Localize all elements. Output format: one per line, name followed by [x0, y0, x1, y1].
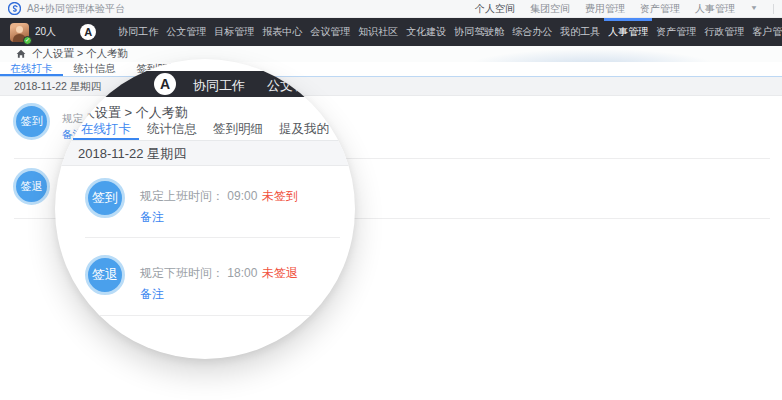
- home-icon[interactable]: [16, 49, 26, 59]
- check-out-status-magnified: 未签退: [262, 265, 298, 282]
- nav-menu: 协同工作 公文管理 目标管理 报表中心 会议管理 知识社区 文化建设 协同驾驶舱…: [114, 18, 782, 46]
- check-out-rule-magnified: 规定下班时间： 18:00: [140, 265, 257, 282]
- breadcrumb-row: 个人设置 > 个人考勤: [0, 46, 782, 62]
- user-count-label[interactable]: 20人: [35, 25, 56, 39]
- nav-item-tools[interactable]: 我的工具: [556, 18, 604, 46]
- check-out-note-link-magnified[interactable]: 备注: [140, 286, 164, 303]
- tab-online-punch-magnified[interactable]: 在线打卡: [73, 121, 139, 140]
- nav-item-office[interactable]: 综合办公: [508, 18, 556, 46]
- seeyon-logo-icon: [8, 2, 21, 15]
- menu-asset-mgmt[interactable]: 资产管理: [640, 2, 680, 16]
- nav-item-admin[interactable]: 行政管理: [700, 18, 748, 46]
- check-in-button-magnified[interactable]: 签到: [85, 178, 125, 218]
- app-window: A8+协同管理体验平台 个人空间 集团空间 费用管理 资产管理 人事管理 ▼ ✓…: [0, 0, 782, 400]
- user-avatar[interactable]: ✓: [10, 23, 29, 42]
- row-divider: [85, 237, 340, 238]
- top-bar: A8+协同管理体验平台 个人空间 集团空间 费用管理 资产管理 人事管理 ▼: [0, 0, 782, 18]
- tab-signin-detail-magnified[interactable]: 签到明细: [205, 121, 271, 140]
- nav-item-customers[interactable]: 客户管理: [748, 18, 782, 46]
- chevron-down-icon[interactable]: ▼: [750, 5, 758, 12]
- menu-hr-mgmt[interactable]: 人事管理: [695, 2, 735, 16]
- main-nav-bar: ✓ 20人 A 协同工作 公文管理 目标管理 报表中心 会议管理 知识社区 文化…: [0, 18, 782, 46]
- banner-wave-decoration: [427, 46, 727, 62]
- nav-item-collab[interactable]: 协同工作: [114, 18, 162, 46]
- online-status-badge: ✓: [23, 36, 32, 45]
- nav-item-knowledge[interactable]: 知识社区: [354, 18, 402, 46]
- nav-item-collab-magnified[interactable]: 协同工作: [193, 77, 245, 95]
- check-in-button[interactable]: 签到: [13, 103, 50, 140]
- magnifier-overlay: A 协同工作 公文管理 个人设置 > 个人考勤 在线打卡 统计信息 签到明细 提…: [55, 59, 355, 359]
- tab-mentions-magnified[interactable]: 提及我的: [271, 121, 337, 140]
- top-right-menu: 个人空间 集团空间 费用管理 资产管理 人事管理 ▼: [475, 2, 774, 16]
- menu-expense-mgmt[interactable]: 费用管理: [585, 2, 625, 16]
- menu-personal-space[interactable]: 个人空间: [475, 2, 515, 16]
- avatar-face: [16, 26, 23, 33]
- check-in-rule-magnified: 规定上班时间： 09:00: [140, 188, 257, 205]
- tabs-magnified: 在线打卡 统计信息 签到明细 提及我的: [73, 121, 337, 140]
- nav-item-reports[interactable]: 报表中心: [258, 18, 306, 46]
- nav-item-goals[interactable]: 目标管理: [210, 18, 258, 46]
- row-divider: [95, 315, 310, 316]
- nav-item-cockpit[interactable]: 协同驾驶舱: [450, 18, 508, 46]
- check-in-note-link-magnified[interactable]: 备注: [140, 209, 164, 226]
- tab-online-punch[interactable]: 在线打卡: [0, 62, 63, 76]
- tab-statistics-magnified[interactable]: 统计信息: [139, 121, 205, 140]
- check-in-status-magnified: 未签到: [262, 188, 298, 205]
- date-header-magnified: 2018-11-22 星期四: [55, 141, 355, 166]
- check-out-button[interactable]: 签退: [13, 168, 50, 205]
- app-title: A8+协同管理体验平台: [27, 2, 125, 16]
- nav-item-docs[interactable]: 公文管理: [162, 18, 210, 46]
- nav-item-meetings[interactable]: 会议管理: [306, 18, 354, 46]
- breadcrumb: 个人设置 > 个人考勤: [32, 47, 128, 61]
- a8-logo-icon-magnified[interactable]: A: [154, 73, 176, 95]
- check-out-button-magnified[interactable]: 签退: [85, 255, 125, 295]
- nav-item-hr[interactable]: 人事管理: [604, 18, 652, 46]
- separator: [773, 4, 774, 14]
- tabs-row: 在线打卡 统计信息 签到明细 提及我的: [0, 62, 782, 77]
- menu-group-space[interactable]: 集团空间: [530, 2, 570, 16]
- tab-statistics[interactable]: 统计信息: [63, 62, 126, 76]
- nav-item-culture[interactable]: 文化建设: [402, 18, 450, 46]
- a8-logo-icon[interactable]: A: [80, 24, 96, 40]
- nav-item-assets[interactable]: 资产管理: [652, 18, 700, 46]
